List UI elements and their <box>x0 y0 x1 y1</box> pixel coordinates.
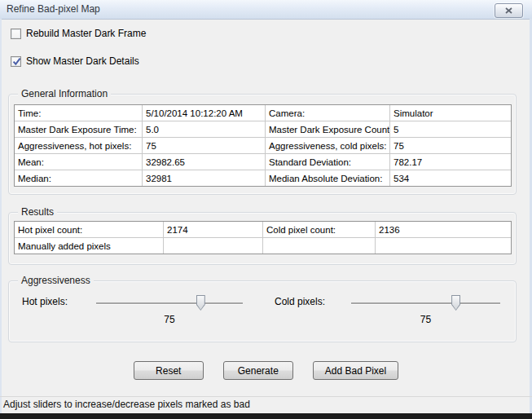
cell-label: Standard Deviation: <box>266 154 390 170</box>
window-title: Refine Bad-pixel Map <box>7 0 100 19</box>
cell-value: 5.0 <box>143 121 266 138</box>
cell-label: Manually added pixels <box>15 238 164 254</box>
refine-bad-pixel-map-dialog: Refine Bad-pixel Map Rebuild Master Dark… <box>0 0 532 419</box>
cell-label: Mean: <box>15 154 143 170</box>
cell-value: 782.17 <box>390 154 511 170</box>
cell-value: 32982.65 <box>143 154 266 170</box>
checkbox-box[interactable] <box>11 29 21 39</box>
cell-value: 534 <box>390 170 511 186</box>
cell-value <box>164 238 263 254</box>
general-information-table: Time: 5/10/2014 10:12:20 AM Camera: Simu… <box>14 104 512 187</box>
checkbox-box[interactable] <box>11 56 21 67</box>
table-row: Median: 32981 Median Absolute Deviation:… <box>15 170 511 186</box>
cell-label: Master Dark Exposure Count: <box>266 121 390 138</box>
cold-pixels-slider-value: 75 <box>351 314 500 325</box>
button-row: Reset Generate Add Bad Pixel <box>0 361 532 380</box>
rebuild-master-dark-checkbox[interactable]: Rebuild Master Dark Frame <box>11 28 146 39</box>
status-bar-separator <box>0 396 532 397</box>
table-row: Master Dark Exposure Time: 5.0 Master Da… <box>15 121 511 138</box>
table-row: Time: 5/10/2014 10:12:20 AM Camera: Simu… <box>15 105 511 121</box>
table-row: Hot pixel count: 2174 Cold pixel count: … <box>15 222 511 238</box>
hot-pixels-slider-label: Hot pixels: <box>22 296 68 307</box>
status-bar-text: Adjust sliders to increase/decrease pixe… <box>3 399 250 411</box>
cell-value: 75 <box>143 138 266 154</box>
checkmark-icon <box>11 56 22 67</box>
group-title: General Information <box>18 88 111 100</box>
add-bad-pixel-button[interactable]: Add Bad Pixel <box>313 361 398 380</box>
general-information-group: General Information Time: 5/10/2014 10:1… <box>8 94 517 195</box>
results-table: Hot pixel count: 2174 Cold pixel count: … <box>14 221 512 254</box>
cell-label: Median: <box>15 170 143 186</box>
table-row: Manually added pixels <box>15 238 511 254</box>
group-title: Results <box>18 206 57 218</box>
cell-label: Time: <box>15 105 143 121</box>
cell-value: 2136 <box>376 222 511 238</box>
slider-thumb-fill <box>197 296 204 310</box>
checkbox-label: Rebuild Master Dark Frame <box>26 28 146 39</box>
cell-value: 75 <box>390 138 511 154</box>
cell-value: Simulator <box>390 105 511 121</box>
window-bottom-edge <box>0 413 532 419</box>
slider-thumb[interactable] <box>196 295 205 311</box>
show-master-dark-details-checkbox[interactable]: Show Master Dark Details <box>11 55 139 67</box>
window-border-left <box>0 19 2 413</box>
slider-thumb[interactable] <box>451 295 460 311</box>
cell-label: Cold pixel count: <box>263 222 376 238</box>
table-row: Aggressiveness, hot pixels: 75 Aggressiv… <box>15 138 511 154</box>
titlebar[interactable]: Refine Bad-pixel Map <box>0 0 532 20</box>
cold-pixels-slider-label: Cold pixels: <box>275 296 325 307</box>
group-title: Aggressiveness <box>18 275 94 287</box>
cell-label: Camera: <box>266 105 390 121</box>
cold-pixels-slider[interactable] <box>351 295 500 311</box>
cell-value: 5/10/2014 10:12:20 AM <box>143 105 266 121</box>
cell-label: Aggressiveness, hot pixels: <box>15 138 143 154</box>
results-group: Results Hot pixel count: 2174 Cold pixel… <box>8 212 517 265</box>
aggressiveness-group: Aggressiveness Hot pixels: 75 Cold pixel… <box>8 280 517 342</box>
hot-pixels-slider[interactable] <box>96 295 243 311</box>
hot-pixels-slider-value: 75 <box>96 314 243 325</box>
slider-track[interactable] <box>96 302 243 304</box>
generate-button[interactable]: Generate <box>223 361 293 380</box>
slider-track[interactable] <box>351 302 500 304</box>
slider-thumb-fill <box>452 296 459 310</box>
cell-label: Hot pixel count: <box>15 222 164 238</box>
cell-label: Aggressiveness, cold pixels: <box>266 138 390 154</box>
cell-label: Median Absolute Deviation: <box>266 170 390 186</box>
cell-label: Master Dark Exposure Time: <box>15 121 143 138</box>
cell-label <box>263 238 376 254</box>
close-icon <box>505 7 512 14</box>
cell-value <box>376 238 511 254</box>
cell-value: 32981 <box>143 170 266 186</box>
cell-value: 2174 <box>164 222 263 238</box>
close-button[interactable] <box>495 3 523 18</box>
reset-button[interactable]: Reset <box>134 361 204 380</box>
table-row: Mean: 32982.65 Standard Deviation: 782.1… <box>15 154 511 170</box>
checkbox-label: Show Master Dark Details <box>26 55 139 67</box>
cell-value: 5 <box>390 121 511 138</box>
